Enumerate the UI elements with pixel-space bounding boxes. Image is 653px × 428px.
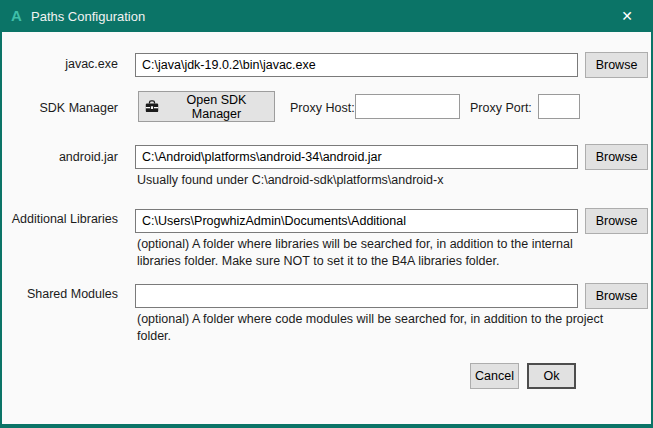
javac-browse-button[interactable]: Browse [585,52,648,78]
proxy-host-input[interactable] [355,94,460,119]
open-sdk-manager-button[interactable]: Open SDK Manager [138,91,275,122]
close-button[interactable]: ✕ [609,0,645,32]
open-sdk-manager-label: Open SDK Manager [165,93,268,121]
shared-modules-hint: (optional) A folder where code modules w… [137,311,609,345]
b4a-logo: A [11,0,22,32]
additional-libraries-label: Additional Libraries [6,212,118,226]
proxy-port-label: Proxy Port: [470,101,532,115]
cancel-button[interactable]: Cancel [470,363,519,389]
paths-configuration-dialog: A Paths Configuration ✕ javac.exe Browse… [0,0,653,428]
proxy-host-label: Proxy Host: [290,101,355,115]
additional-libraries-browse-button[interactable]: Browse [585,208,648,234]
android-jar-label: android.jar [6,150,118,164]
shared-modules-path-input[interactable] [135,284,578,308]
window-title: Paths Configuration [31,0,145,32]
android-jar-path-input[interactable] [135,145,578,169]
android-jar-browse-button[interactable]: Browse [585,144,648,170]
sdk-manager-label: SDK Manager [6,101,118,115]
javac-path-input[interactable] [135,53,578,77]
title-bar: A Paths Configuration ✕ [2,0,651,32]
android-jar-hint: Usually found under C:\android-sdk\platf… [137,172,609,189]
shared-modules-browse-button[interactable]: Browse [585,283,648,309]
ok-button[interactable]: Ok [527,363,576,389]
toolbox-icon [145,100,159,113]
additional-libraries-hint: (optional) A folder where libraries will… [137,236,609,270]
shared-modules-label: Shared Modules [6,287,118,301]
additional-libraries-path-input[interactable] [135,209,578,233]
proxy-port-input[interactable] [538,94,580,119]
javac-label: javac.exe [6,57,118,71]
close-icon: ✕ [621,8,633,24]
